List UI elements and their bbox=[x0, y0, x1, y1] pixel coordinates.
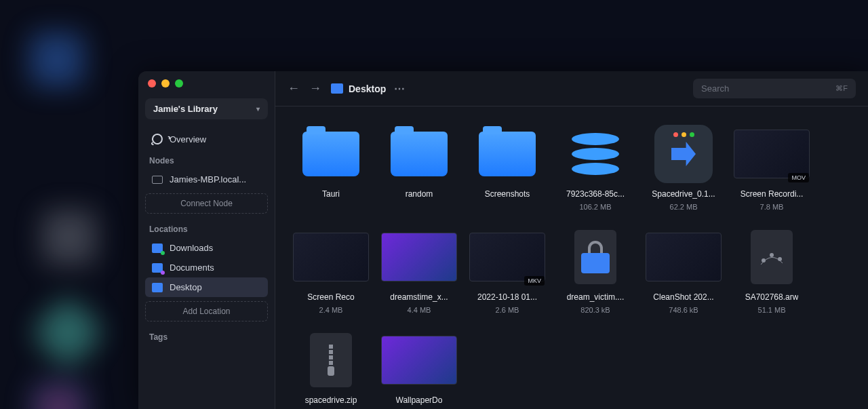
library-selector[interactable]: Jamie's Library ▾ bbox=[145, 98, 268, 119]
grid-item[interactable]: SA702768.arw51.1 MB bbox=[728, 226, 815, 314]
sidebar-location-downloads[interactable]: Downloads bbox=[145, 238, 268, 258]
folder-icon bbox=[152, 283, 163, 292]
item-thumbnail bbox=[467, 123, 547, 185]
nav-forward-button[interactable]: → bbox=[309, 81, 321, 96]
search-input[interactable] bbox=[701, 83, 829, 94]
sidebar-item-overview[interactable]: Overview bbox=[145, 129, 268, 149]
grid-item[interactable]: CleanShot 202...748.6 kB bbox=[640, 226, 727, 314]
folder-icon bbox=[152, 263, 163, 273]
laptop-icon bbox=[152, 176, 163, 184]
connect-node-button[interactable]: Connect Node bbox=[145, 193, 268, 214]
close-icon[interactable] bbox=[148, 79, 156, 87]
search-shortcut: ⌘F bbox=[835, 84, 848, 93]
grid-item[interactable]: WallpaperDo1.2 MB bbox=[376, 329, 462, 409]
item-name: CleanShot 202... bbox=[653, 292, 713, 302]
location-label: Documents bbox=[170, 262, 214, 273]
folder-icon bbox=[302, 132, 359, 176]
grid-item[interactable]: Spacedrive_0.1...62.2 MB bbox=[640, 123, 727, 211]
grid-item[interactable]: 7923c368-85c...106.2 MB bbox=[552, 123, 639, 211]
item-thumbnail bbox=[379, 329, 459, 391]
item-size: 106.2 MB bbox=[579, 203, 611, 211]
grid-item[interactable]: dream_victim....820.3 kB bbox=[552, 226, 639, 314]
app-icon bbox=[654, 125, 713, 183]
sidebar-location-documents[interactable]: Documents bbox=[145, 258, 268, 277]
item-thumbnail bbox=[555, 226, 635, 288]
item-thumbnail bbox=[291, 226, 371, 288]
image-thumbnail bbox=[381, 336, 457, 385]
section-nodes: Nodes bbox=[145, 149, 268, 170]
nav-back-button[interactable]: ← bbox=[288, 81, 300, 96]
maximize-icon[interactable] bbox=[175, 79, 183, 87]
item-thumbnail bbox=[291, 123, 371, 185]
item-thumbnail bbox=[555, 123, 635, 185]
library-name: Jamie's Library bbox=[153, 104, 218, 114]
grid-item[interactable]: MOVScreen Recordi...7.8 MB bbox=[728, 123, 815, 211]
video-thumbnail bbox=[734, 130, 810, 178]
minimize-icon[interactable] bbox=[161, 79, 170, 87]
grid-item[interactable]: MKV2022-10-18 01...2.6 MB bbox=[464, 226, 551, 314]
search-box[interactable]: ⌘F bbox=[693, 79, 856, 98]
item-size: 748.6 kB bbox=[669, 306, 698, 314]
database-icon bbox=[572, 133, 619, 175]
item-name: Screenshots bbox=[485, 189, 530, 199]
more-icon[interactable]: ⋯ bbox=[394, 82, 405, 95]
item-size: 4.4 MB bbox=[408, 306, 431, 314]
file-grid-container: TaurirandomScreenshots7923c368-85c...106… bbox=[275, 106, 868, 409]
sidebar: Jamie's Library ▾ Overview Nodes Jamies-… bbox=[138, 71, 275, 409]
grid-item[interactable]: spacedrive.zip623 B bbox=[288, 329, 374, 409]
node-name: Jamies-MBP.local... bbox=[170, 174, 246, 184]
item-name: random bbox=[406, 189, 433, 199]
format-badge: MKV bbox=[524, 276, 545, 286]
sidebar-location-desktop[interactable]: Desktop bbox=[145, 277, 268, 297]
planet-icon bbox=[151, 132, 165, 147]
item-name: 2022-10-18 01... bbox=[477, 292, 537, 302]
item-thumbnail bbox=[379, 226, 459, 288]
breadcrumb[interactable]: Desktop ⋯ bbox=[331, 82, 405, 95]
folder-icon bbox=[391, 132, 448, 176]
item-thumbnail bbox=[732, 226, 812, 288]
item-name: WallpaperDo bbox=[396, 395, 443, 405]
file-grid: TaurirandomScreenshots7923c368-85c...106… bbox=[288, 123, 856, 409]
grid-item[interactable]: Screenshots bbox=[464, 123, 551, 211]
image-thumbnail bbox=[381, 233, 457, 281]
section-locations: Locations bbox=[145, 218, 268, 238]
grid-item[interactable]: Screen Reco2.4 MB bbox=[288, 226, 374, 314]
location-label: Desktop bbox=[170, 282, 202, 292]
svg-point-1 bbox=[770, 253, 774, 257]
item-thumbnail: MKV bbox=[467, 226, 547, 288]
item-name: Screen Recordi... bbox=[741, 189, 804, 199]
item-size: 51.1 MB bbox=[758, 306, 786, 314]
item-thumbnail bbox=[644, 226, 724, 288]
grid-item[interactable]: dreamstime_x...4.4 MB bbox=[376, 226, 462, 314]
video-thumbnail bbox=[293, 233, 369, 281]
toolbar: ← → Desktop ⋯ ⌘F bbox=[275, 71, 868, 106]
encrypted-file-icon bbox=[574, 230, 616, 284]
sidebar-node[interactable]: Jamies-MBP.local... bbox=[145, 170, 268, 189]
item-name: Tauri bbox=[322, 189, 340, 199]
item-size: 2.6 MB bbox=[496, 306, 519, 314]
item-thumbnail bbox=[291, 329, 371, 391]
section-tags: Tags bbox=[145, 326, 268, 346]
grid-item[interactable]: random bbox=[376, 123, 462, 211]
raw-file-icon bbox=[751, 230, 793, 284]
item-size: 62.2 MB bbox=[670, 203, 698, 211]
item-size: 7.8 MB bbox=[760, 203, 784, 211]
item-name: SA702768.arw bbox=[745, 292, 799, 302]
folder-icon bbox=[479, 132, 536, 176]
folder-icon bbox=[152, 244, 163, 253]
grid-item[interactable]: Tauri bbox=[288, 123, 374, 211]
item-name: dream_victim.... bbox=[567, 292, 625, 302]
item-name: spacedrive.zip bbox=[305, 395, 357, 405]
item-thumbnail bbox=[379, 123, 459, 185]
item-size: 2.4 MB bbox=[319, 306, 343, 314]
add-location-button[interactable]: Add Location bbox=[145, 301, 268, 322]
sidebar-item-label: Overview bbox=[170, 134, 206, 144]
item-name: Spacedrive_0.1... bbox=[652, 189, 715, 199]
breadcrumb-label: Desktop bbox=[349, 83, 386, 94]
location-label: Downloads bbox=[170, 243, 213, 253]
window-controls[interactable] bbox=[145, 79, 268, 87]
folder-icon bbox=[331, 83, 343, 94]
main-area: ← → Desktop ⋯ ⌘F TaurirandomScreenshots7… bbox=[275, 71, 868, 409]
video-thumbnail bbox=[646, 233, 722, 281]
item-size: 820.3 kB bbox=[580, 306, 610, 314]
